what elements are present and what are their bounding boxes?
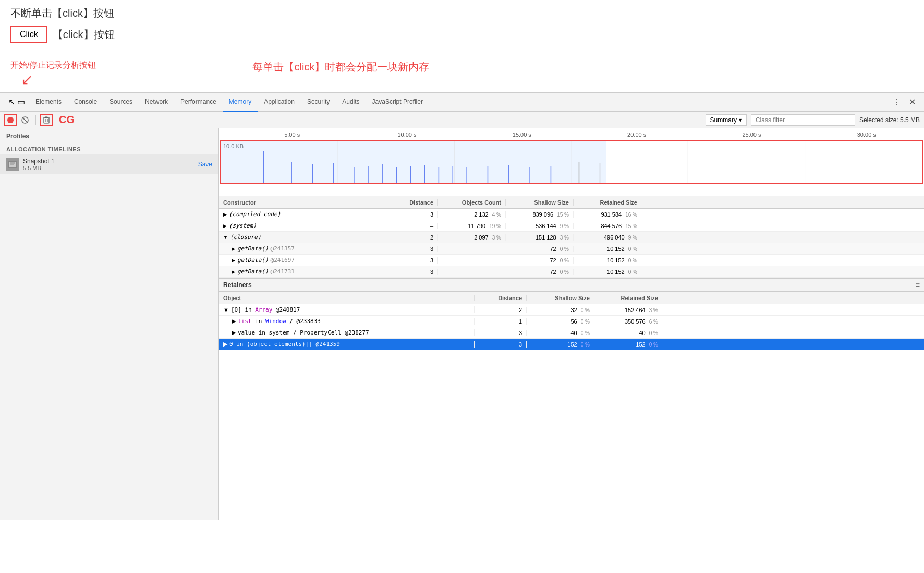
table-row[interactable]: ▼ (closure) 2 2 097 3 % 151 128 3 % 496 … — [219, 232, 924, 243]
retainer-col-shallow: Shallow Size — [527, 295, 594, 301]
retainer-row-1[interactable]: ▼ [0] in Array @240817 2 32 0 % 152 464 … — [219, 304, 924, 316]
save-button[interactable]: Save — [198, 161, 212, 168]
svg-rect-26 — [424, 165, 425, 184]
tab-security-label: Security — [307, 98, 330, 105]
svg-rect-19 — [312, 164, 313, 184]
tab-sources[interactable]: Sources — [103, 93, 139, 112]
retainer-expand-2[interactable]: ▶ — [232, 318, 236, 325]
col-header-shallow: Shallow Size — [506, 199, 574, 206]
tab-js-profiler[interactable]: JavaScript Profiler — [366, 93, 429, 112]
clear-recordings-button[interactable] — [19, 114, 31, 126]
trash-button[interactable] — [40, 114, 53, 126]
retainer-dist-3: 3 — [475, 330, 527, 336]
cursor-icon[interactable]: ↖ — [8, 97, 15, 107]
tab-audits-label: Audits — [342, 98, 359, 105]
record-button[interactable] — [4, 114, 17, 126]
scale-label-15: 15.00 s — [465, 132, 579, 138]
table-row[interactable]: ▶ getData() @241697 3 72 0 % 10 152 0 % — [219, 255, 924, 266]
svg-rect-20 — [333, 163, 334, 184]
annotation-left-arrow: ↙ — [21, 71, 33, 88]
col-header-retained: Retained Size — [574, 199, 641, 206]
constructor-name-3: (closure) — [230, 234, 261, 241]
tab-console[interactable]: Console — [68, 93, 103, 112]
cell-distance-5: 3 — [391, 257, 438, 264]
cell-shallow-2: 536 144 9 % — [506, 223, 574, 229]
tab-more-button[interactable]: ⋮ — [888, 97, 905, 107]
record-dot — [7, 117, 14, 123]
table-row[interactable]: ▶ (compiled code) 3 2 132 4 % 839 096 15… — [219, 209, 924, 220]
class-filter-input[interactable] — [751, 114, 855, 126]
cg-label: CG — [55, 114, 79, 126]
click-button[interactable]: Click — [10, 26, 47, 43]
tab-application[interactable]: Application — [258, 93, 301, 112]
annotation-left-text: 开始/停止记录分析按钮 — [10, 60, 96, 71]
sidebar-section-title: ALLOCATION TIMELINES — [0, 144, 218, 154]
cell-distance-1: 3 — [391, 211, 438, 218]
timeline-canvas[interactable]: 10.0 KB — [220, 140, 923, 184]
svg-rect-24 — [396, 167, 397, 184]
retainer-retained-1: 152 464 3 % — [594, 307, 662, 313]
scale-label-5: 5.00 s — [235, 132, 349, 138]
retainer-row-3[interactable]: ▶ value in system / PropertyCell @238277… — [219, 327, 924, 339]
click-label: 【click】按钮 — [53, 28, 115, 42]
table-row[interactable]: ▶ getData() @241731 3 72 0 % 10 152 0 % — [219, 266, 924, 278]
table-row[interactable]: ▶ getData() @241357 3 72 0 % 10 152 0 % — [219, 243, 924, 255]
cell-retained-1: 931 584 16 % — [574, 211, 641, 218]
retainer-expand-4[interactable]: ▶ — [223, 341, 227, 348]
cell-retained-3: 496 040 9 % — [574, 234, 641, 241]
table-row[interactable]: ▶ (system) – 11 790 19 % 536 144 9 % 844… — [219, 220, 924, 232]
tab-js-profiler-label: JavaScript Profiler — [372, 98, 423, 105]
expand-icon-2[interactable]: ▶ — [223, 223, 227, 229]
col-header-objects: Objects Count — [438, 199, 506, 206]
retainer-object-text-1: [0] in Array @240817 — [231, 306, 300, 313]
expand-icon-3[interactable]: ▼ — [223, 235, 228, 240]
tab-network[interactable]: Network — [139, 93, 174, 112]
expand-icon-4[interactable]: ▶ — [232, 246, 235, 252]
tab-security[interactable]: Security — [301, 93, 336, 112]
tab-close-button[interactable]: ✕ — [905, 97, 920, 107]
toolbar-separator-1 — [35, 115, 36, 125]
expand-icon-5[interactable]: ▶ — [232, 258, 235, 263]
retainers-table-header: Object Distance Shallow Size Retained Si… — [219, 292, 924, 304]
retainer-dist-1: 2 — [475, 307, 527, 313]
retainer-col-retained: Retained Size — [594, 295, 662, 301]
cell-constructor-4: ▶ getData() @241357 — [219, 245, 391, 252]
svg-rect-22 — [368, 166, 369, 184]
svg-line-1 — [22, 117, 28, 123]
tab-audits[interactable]: Audits — [336, 93, 366, 112]
trash-icon — [43, 116, 50, 124]
summary-dropdown[interactable]: Summary ▾ — [706, 114, 747, 126]
svg-rect-33 — [551, 166, 552, 184]
tab-elements[interactable]: Elements — [29, 93, 68, 112]
cell-distance-2: – — [391, 223, 438, 229]
device-icon[interactable]: ▭ — [17, 97, 25, 107]
sidebar-snapshot-item[interactable]: Snapshot 1 5.5 MB Save — [0, 154, 218, 174]
devtools-container: ↖ ▭ Elements Console Sources Network Per… — [0, 92, 924, 520]
expand-icon-6[interactable]: ▶ — [232, 269, 235, 274]
retainer-expand-1[interactable]: ▼ — [223, 307, 229, 313]
retainer-object-2: ▶ list in Window / @233833 — [219, 318, 475, 325]
page-area: 不断单击【click】按钮 Click 【click】按钮 — [0, 0, 924, 60]
snapshot-svg — [7, 159, 18, 170]
constructor-name-2: (system) — [229, 222, 257, 229]
devtools-toolbar: CG Summary ▾ Selected size: 5.5 MB — [0, 112, 924, 128]
retainer-row-2[interactable]: ▶ list in Window / @233833 1 56 0 % 350 … — [219, 316, 924, 327]
tab-application-label: Application — [264, 98, 295, 105]
retainer-row-4[interactable]: ▶ 0 in (object elements)[] @241359 3 152… — [219, 339, 924, 350]
tab-performance[interactable]: Performance — [174, 93, 223, 112]
retainer-shallow-4: 152 0 % — [527, 341, 594, 348]
cell-retained-2: 844 576 15 % — [574, 223, 641, 229]
retainer-expand-3[interactable]: ▶ — [232, 329, 236, 336]
retainer-shallow-2: 56 0 % — [527, 318, 594, 325]
tab-memory[interactable]: Memory — [223, 93, 258, 112]
svg-rect-23 — [382, 164, 383, 184]
constructor-id-4: @241357 — [271, 245, 295, 252]
svg-rect-34 — [578, 162, 579, 184]
scale-label-30: 30.00 s — [809, 132, 924, 138]
retainers-filter-icon[interactable]: ≡ — [916, 281, 920, 289]
tab-console-label: Console — [74, 98, 97, 105]
expand-icon-1[interactable]: ▶ — [223, 212, 227, 217]
svg-rect-27 — [439, 167, 440, 184]
snapshot-name: Snapshot 1 — [23, 158, 194, 165]
devtools-main: Profiles ALLOCATION TIMELINES Snapshot 1… — [0, 128, 924, 520]
